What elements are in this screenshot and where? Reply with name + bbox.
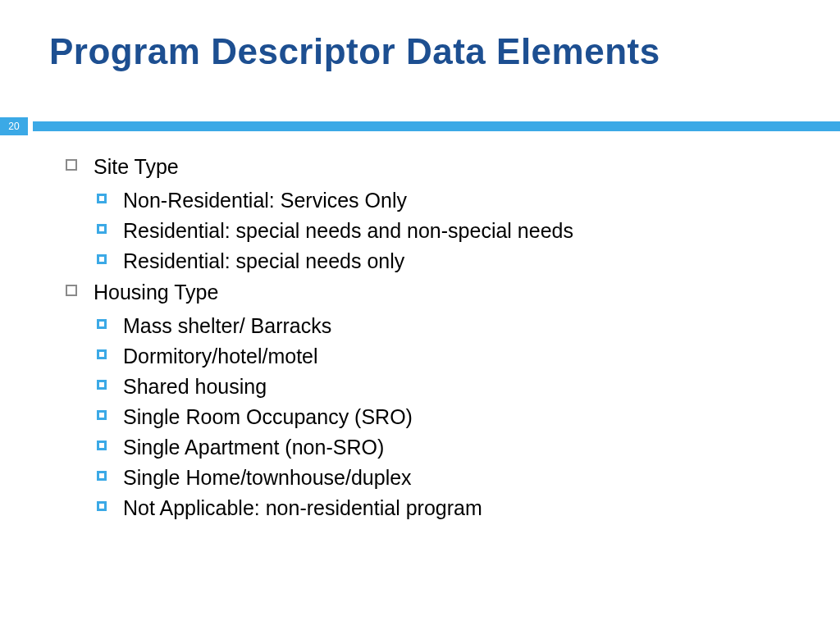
square-bullet-icon bbox=[97, 224, 107, 234]
list-item: Single Apartment (non-SRO) bbox=[97, 433, 807, 462]
page-title: Program Descriptor Data Elements bbox=[49, 31, 660, 72]
page-number-badge: 20 bbox=[0, 117, 28, 135]
square-bullet-icon bbox=[66, 159, 77, 171]
square-bullet-icon bbox=[97, 380, 107, 390]
square-bullet-icon bbox=[97, 194, 107, 203]
divider-bar bbox=[33, 121, 840, 131]
list-item: Mass shelter/ Barracks bbox=[97, 312, 807, 340]
square-bullet-icon bbox=[97, 501, 107, 511]
square-bullet-icon bbox=[97, 319, 107, 329]
list-text: Single Apartment (non-SRO) bbox=[123, 433, 384, 462]
list-text: Residential: special needs and non-speci… bbox=[123, 217, 573, 245]
square-bullet-icon bbox=[97, 410, 107, 420]
sublist: Mass shelter/ Barracks Dormitory/hotel/m… bbox=[97, 312, 807, 523]
list-item: Non-Residential: Services Only bbox=[97, 186, 807, 215]
list-heading: Housing Type bbox=[94, 279, 218, 307]
list-item: Site Type bbox=[66, 153, 807, 181]
list-text: Mass shelter/ Barracks bbox=[123, 312, 331, 340]
list-item: Housing Type bbox=[66, 279, 807, 307]
square-bullet-icon bbox=[97, 441, 107, 450]
list-text: Single Room Occupancy (SRO) bbox=[123, 403, 413, 431]
list-item: Shared housing bbox=[97, 372, 807, 401]
list-text: Not Applicable: non-residential program bbox=[123, 494, 482, 523]
list-item: Residential: special needs only bbox=[97, 247, 807, 276]
list-item: Dormitory/hotel/motel bbox=[97, 342, 807, 371]
square-bullet-icon bbox=[97, 254, 107, 264]
list-text: Non-Residential: Services Only bbox=[123, 186, 407, 215]
list-item: Residential: special needs and non-speci… bbox=[97, 217, 807, 245]
list-heading: Site Type bbox=[94, 153, 179, 181]
list-item: Single Home/townhouse/duplex bbox=[97, 463, 807, 492]
list-item: Not Applicable: non-residential program bbox=[97, 494, 807, 523]
list-item: Single Room Occupancy (SRO) bbox=[97, 403, 807, 431]
content-area: Site Type Non-Residential: Services Only… bbox=[66, 153, 807, 526]
list-text: Shared housing bbox=[123, 372, 267, 401]
square-bullet-icon bbox=[97, 471, 107, 481]
list-text: Dormitory/hotel/motel bbox=[123, 342, 318, 371]
list-text: Single Home/townhouse/duplex bbox=[123, 463, 412, 492]
sublist: Non-Residential: Services Only Residenti… bbox=[97, 186, 807, 276]
square-bullet-icon bbox=[97, 349, 107, 359]
square-bullet-icon bbox=[66, 285, 77, 296]
list-text: Residential: special needs only bbox=[123, 247, 404, 276]
